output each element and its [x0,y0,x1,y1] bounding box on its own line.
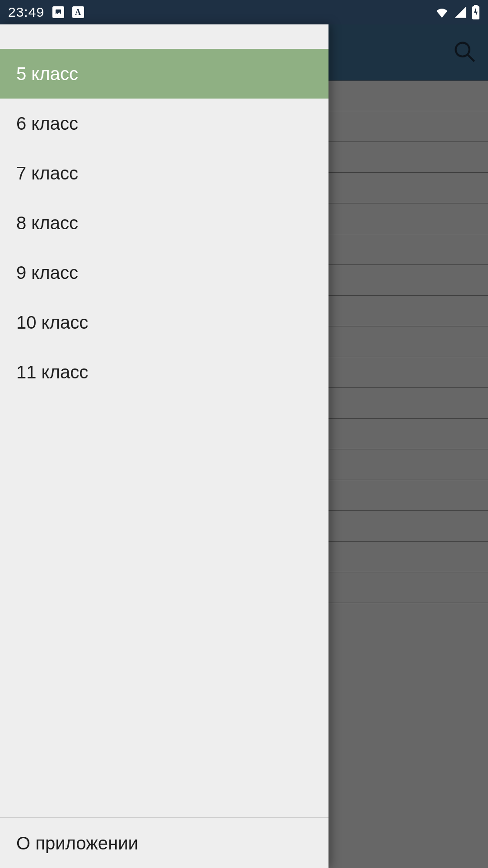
drawer-item-label: 5 класс [16,64,78,84]
drawer-item-label: 10 класс [16,312,88,333]
drawer-item-label: 11 класс [16,362,88,382]
drawer-item-grade-6[interactable]: 6 класс [0,99,328,148]
drawer-item-label: 8 класс [16,213,78,233]
drawer-item-grade-5[interactable]: 5 класс [0,49,328,99]
image-icon [52,6,64,18]
drawer-item-label: 9 класс [16,263,78,283]
drawer-item-grade-10[interactable]: 10 класс [0,297,328,347]
navigation-drawer: 5 класс 6 класс 7 класс 8 класс 9 класс … [0,24,328,868]
status-time: 23:49 [8,5,44,20]
drawer-item-grade-11[interactable]: 11 класс [0,347,328,397]
wifi-icon [435,5,449,19]
signal-icon [454,5,467,19]
drawer-item-grade-8[interactable]: 8 класс [0,198,328,248]
svg-rect-1 [474,5,478,7]
battery-charging-icon [472,5,480,19]
drawer-item-grade-9[interactable]: 9 класс [0,248,328,297]
drawer-item-label: О приложении [16,833,138,854]
status-bar: 23:49 А [0,0,488,24]
drawer-item-grade-7[interactable]: 7 класс [0,148,328,198]
language-icon: А [72,6,84,18]
drawer-header-spacer [0,24,328,49]
drawer-item-about[interactable]: О приложении [0,818,328,868]
drawer-item-label: 6 класс [16,113,78,134]
drawer-item-label: 7 класс [16,163,78,184]
